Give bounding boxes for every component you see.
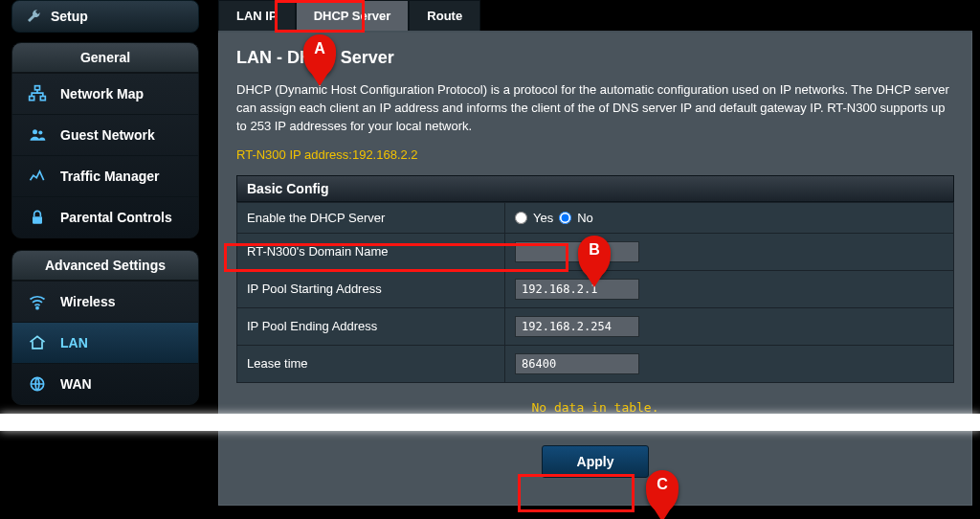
router-ip-label: RT-N300 IP address: [236, 147, 352, 162]
sidebar-item-label: Traffic Manager [60, 169, 159, 184]
sidebar: Setup General Network Map Guest Network … [0, 0, 211, 519]
config-table: Enable the DHCP Server Yes No RT-N300's … [236, 202, 954, 383]
tabs: LAN IP DHCP Server Route [218, 0, 972, 33]
sidebar-item-guest-network[interactable]: Guest Network [12, 115, 198, 156]
enable-dhcp-yes-radio[interactable] [515, 212, 527, 224]
sidebar-item-label: Parental Controls [60, 210, 172, 225]
lock-icon [24, 207, 51, 228]
basic-config-header: Basic Config [236, 175, 954, 202]
svg-point-4 [38, 130, 42, 134]
guest-network-icon [24, 124, 51, 146]
row-pool-end: IP Pool Ending Address [237, 307, 954, 345]
domain-name-label: RT-N300's Domain Name [237, 233, 505, 270]
divider-band [0, 414, 980, 431]
svg-rect-2 [40, 97, 45, 101]
globe-icon [24, 373, 51, 395]
enable-dhcp-label: Enable the DHCP Server [237, 202, 505, 233]
svg-rect-1 [30, 97, 34, 101]
sidebar-item-label: Wireless [60, 294, 115, 309]
row-domain-name: RT-N300's Domain Name [237, 233, 954, 270]
sidebar-item-traffic-manager[interactable]: Traffic Manager [12, 156, 198, 197]
advanced-section: Wireless LAN WAN [11, 281, 199, 405]
advanced-section-title: Advanced Settings [11, 250, 199, 281]
svg-point-3 [33, 129, 37, 134]
sidebar-item-network-map[interactable]: Network Map [12, 74, 198, 115]
sidebar-item-wireless[interactable]: Wireless [12, 282, 198, 323]
pool-end-input[interactable] [515, 316, 639, 337]
tab-lan-ip[interactable]: LAN IP [218, 0, 296, 31]
general-section: Network Map Guest Network Traffic Manage… [11, 73, 199, 238]
row-lease-time: Lease time [237, 345, 954, 382]
svg-rect-5 [33, 216, 42, 224]
apply-button[interactable]: Apply [542, 445, 650, 478]
general-section-title: General [11, 42, 199, 73]
setup-label: Setup [51, 9, 88, 24]
yes-label: Yes [533, 211, 553, 225]
row-enable-dhcp: Enable the DHCP Server Yes No [237, 202, 954, 233]
page-title: LAN - DHCP Server [236, 48, 954, 68]
page-description: DHCP (Dynamic Host Configuration Protoco… [236, 81, 954, 136]
sidebar-item-label: WAN [60, 376, 92, 392]
router-ip-line: RT-N300 IP address:192.168.2.2 [236, 147, 954, 162]
sidebar-item-lan[interactable]: LAN [12, 323, 198, 364]
sidebar-item-label: LAN [60, 335, 88, 350]
svg-point-6 [36, 307, 38, 309]
router-ip-value: 192.168.2.2 [352, 147, 418, 162]
main-panel: LAN IP DHCP Server Route LAN - DHCP Serv… [211, 0, 980, 519]
sidebar-item-label: Guest Network [60, 127, 155, 143]
content-panel: LAN - DHCP Server DHCP (Dynamic Host Con… [218, 33, 972, 506]
sidebar-item-parental-controls[interactable]: Parental Controls [12, 197, 198, 237]
tab-route[interactable]: Route [409, 0, 480, 31]
wrench-icon [26, 9, 41, 24]
sidebar-item-wan[interactable]: WAN [12, 364, 198, 404]
home-icon [24, 332, 51, 353]
enable-dhcp-no-radio[interactable] [559, 212, 571, 224]
no-label: No [577, 211, 593, 225]
setup-button[interactable]: Setup [11, 0, 199, 33]
lease-time-label: Lease time [237, 345, 505, 382]
traffic-manager-icon [24, 166, 51, 187]
domain-name-input[interactable] [515, 241, 639, 262]
lease-time-input[interactable] [515, 353, 639, 374]
pool-start-label: IP Pool Starting Address [237, 270, 505, 307]
pool-start-input[interactable] [515, 279, 639, 300]
row-pool-start: IP Pool Starting Address [237, 270, 954, 307]
wireless-icon [24, 291, 51, 312]
sidebar-item-label: Network Map [60, 86, 144, 102]
tab-dhcp-server[interactable]: DHCP Server [296, 0, 410, 31]
pool-end-label: IP Pool Ending Address [237, 307, 505, 345]
svg-rect-0 [35, 86, 40, 90]
network-map-icon [24, 83, 51, 104]
